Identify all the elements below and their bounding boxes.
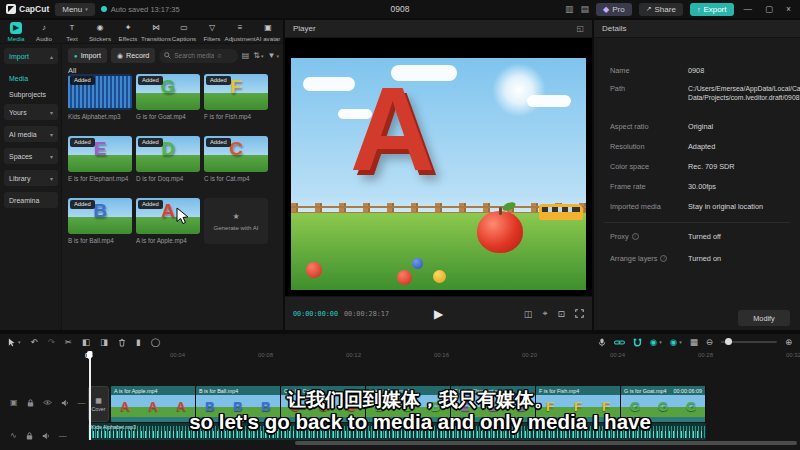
video-thumbnail[interactable]: AAdded bbox=[136, 198, 200, 234]
timeline-ruler[interactable]: 0 00:04 00:08 00:12 00:16 00:20 00:24 00… bbox=[0, 350, 800, 362]
chevron-down-icon: ▾ bbox=[50, 131, 53, 138]
media-item-dog[interactable]: DAdded D is for Dog.mp4 bbox=[136, 136, 200, 182]
sidebar-item-library[interactable]: Library▾ bbox=[4, 170, 58, 186]
sidebar-item-import[interactable]: Import▴ bbox=[4, 48, 58, 64]
left-region: ▶Media ♪Audio TText ◉Stickers ✦Effects ⋈… bbox=[0, 20, 283, 330]
pro-button[interactable]: ◆ Pro bbox=[596, 3, 632, 16]
tab-text[interactable]: TText bbox=[58, 20, 86, 43]
media-item-cat[interactable]: CAdded C is for Cat.mp4 bbox=[204, 136, 268, 182]
ruler-label: 00:24 bbox=[610, 352, 625, 358]
details-header: Details bbox=[594, 20, 800, 38]
lock-icon[interactable] bbox=[26, 432, 33, 440]
fullscreen-icon[interactable] bbox=[575, 309, 584, 318]
video-thumbnail[interactable]: GAdded bbox=[136, 74, 200, 110]
undo-button[interactable]: ↶ bbox=[31, 337, 38, 347]
modify-button[interactable]: Modify bbox=[738, 310, 790, 326]
media-icon: ▶ bbox=[10, 22, 22, 34]
magnet-snap-icon[interactable] bbox=[633, 338, 642, 347]
player-viewport[interactable]: A bbox=[285, 38, 592, 296]
video-thumbnail[interactable]: EAdded bbox=[68, 136, 132, 172]
transitions-icon: ⋈ bbox=[150, 22, 162, 34]
menu-button[interactable]: Menu ▾ bbox=[55, 3, 95, 16]
media-sidebar: Import▴ Media Subprojects Yours▾ AI medi… bbox=[0, 44, 62, 330]
sidebar-item-yours[interactable]: Yours▾ bbox=[4, 104, 58, 120]
keyframe-button[interactable]: ◯ bbox=[151, 337, 161, 347]
tab-adjustment[interactable]: ≡Adjustment bbox=[226, 20, 254, 43]
main-track-magnet-button[interactable]: ◉▾ bbox=[650, 337, 662, 347]
export-button[interactable]: ↑ Export bbox=[690, 3, 734, 16]
chevron-down-icon: ▾ bbox=[18, 339, 21, 345]
horizontal-scrollbar[interactable] bbox=[295, 441, 797, 445]
link-clips-icon[interactable] bbox=[614, 338, 625, 347]
ratio-icon[interactable]: ⊡ bbox=[557, 309, 565, 319]
slider-handle[interactable] bbox=[725, 338, 732, 345]
share-button[interactable]: ↗ Share bbox=[639, 3, 683, 16]
scene-letter: A bbox=[350, 70, 435, 188]
tab-transitions[interactable]: ⋈Transitions bbox=[142, 20, 170, 43]
freeze-frame-button[interactable]: ▮ bbox=[136, 337, 141, 347]
sidebar-item-spaces[interactable]: Spaces▾ bbox=[4, 148, 58, 164]
tab-media[interactable]: ▶Media bbox=[2, 20, 30, 43]
chevron-up-icon: ▴ bbox=[50, 53, 53, 60]
tab-ai-avatar[interactable]: ▣AI avatar bbox=[254, 20, 282, 43]
chevron-down-icon: ▾ bbox=[679, 339, 682, 345]
details-panel: Details Name0908 PathC:/Users/Emersea/Ap… bbox=[594, 20, 800, 330]
redo-button[interactable]: ↷ bbox=[48, 337, 55, 347]
tab-effects[interactable]: ✦Effects bbox=[114, 20, 142, 43]
media-item-goat[interactable]: GAdded G is for Goat.mp4 bbox=[136, 74, 200, 120]
layout-toggle-right-icon[interactable]: ▤ bbox=[581, 5, 590, 14]
import-button[interactable]: ●Import bbox=[68, 48, 107, 63]
snapshot-icon[interactable]: ⌖ bbox=[542, 308, 547, 319]
media-item-fish[interactable]: FAdded F is for Fish.mp4 bbox=[204, 74, 268, 120]
search-scope-icon: ○ bbox=[217, 52, 221, 59]
layout-toggle-left-icon[interactable]: ▥ bbox=[565, 5, 574, 14]
filter-icon[interactable]: ▼▾ bbox=[268, 51, 279, 60]
video-thumbnail[interactable]: CAdded bbox=[204, 136, 268, 172]
search-input[interactable] bbox=[174, 52, 214, 59]
mirror-preview-icon[interactable]: ◫ bbox=[524, 309, 533, 319]
select-tool-button[interactable]: ▾ bbox=[8, 338, 21, 347]
delete-right-button[interactable]: ◨ bbox=[100, 337, 108, 347]
tab-filters[interactable]: ▽Filters bbox=[198, 20, 226, 43]
lock-icon[interactable] bbox=[27, 399, 34, 407]
media-item-elephant[interactable]: EAdded E is for Elephant.mp4 bbox=[68, 136, 132, 182]
split-button[interactable]: ✂ bbox=[65, 337, 72, 347]
audio-thumbnail[interactable]: Added bbox=[68, 74, 132, 110]
compact-view-icon[interactable]: ▤ bbox=[242, 51, 250, 60]
auto-ripple-button[interactable]: ◉▾ bbox=[670, 337, 682, 347]
record-voiceover-icon[interactable] bbox=[598, 338, 606, 347]
record-button[interactable]: ◉Record bbox=[111, 48, 155, 63]
added-badge: Added bbox=[138, 76, 163, 85]
video-frame: A bbox=[291, 58, 586, 290]
minimize-button[interactable]: — bbox=[741, 4, 756, 14]
tab-stickers[interactable]: ◉Stickers bbox=[86, 20, 114, 43]
media-item-ball[interactable]: BAdded B is for Ball.mp4 bbox=[68, 198, 132, 244]
sidebar-item-dreamina[interactable]: Dreamina bbox=[4, 192, 58, 208]
play-button[interactable]: ▶ bbox=[434, 307, 443, 321]
sidebar-item-media[interactable]: Media bbox=[4, 70, 58, 86]
close-button[interactable]: × bbox=[783, 4, 794, 14]
video-thumbnail[interactable]: FAdded bbox=[204, 74, 268, 110]
tab-audio[interactable]: ♪Audio bbox=[30, 20, 58, 43]
captions-icon: ▭ bbox=[178, 22, 190, 34]
media-panel: ●Import ◉Record ○ ▤ ⇅▾ ▼▾ All Added Kids… bbox=[62, 44, 283, 330]
search-box[interactable]: ○ bbox=[159, 49, 238, 63]
sort-icon[interactable]: ⇅▾ bbox=[253, 51, 263, 60]
sidebar-item-ai-media[interactable]: AI media▾ bbox=[4, 126, 58, 142]
export-label: Export bbox=[703, 5, 726, 14]
media-item-kids-alphabet[interactable]: Added Kids Alphabet.mp3 bbox=[68, 74, 132, 120]
delete-left-button[interactable]: ◧ bbox=[82, 337, 90, 347]
preview-axis-icon[interactable]: ▦ bbox=[690, 337, 698, 347]
media-item-apple[interactable]: AAdded A is for Apple.mp4 bbox=[136, 198, 200, 244]
zoom-in-button[interactable]: ⊕ bbox=[785, 337, 792, 347]
generate-with-ai-tile[interactable]: ★ Generate with AI bbox=[204, 198, 268, 244]
detach-player-icon[interactable]: ◱ bbox=[576, 24, 584, 33]
video-thumbnail[interactable]: DAdded bbox=[136, 136, 200, 172]
video-thumbnail[interactable]: BAdded bbox=[68, 198, 132, 234]
tab-captions[interactable]: ▭Captions bbox=[170, 20, 198, 43]
timeline-zoom-slider[interactable] bbox=[721, 341, 777, 343]
delete-icon[interactable] bbox=[118, 338, 126, 347]
sidebar-item-subprojects[interactable]: Subprojects bbox=[4, 86, 58, 102]
zoom-out-button[interactable]: ⊖ bbox=[706, 337, 713, 347]
maximize-button[interactable]: ▢ bbox=[762, 4, 776, 14]
